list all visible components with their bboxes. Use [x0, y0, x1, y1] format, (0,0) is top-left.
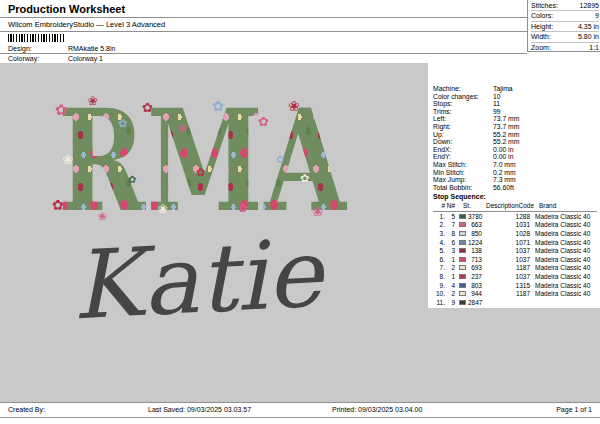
- footer-divider-top: [0, 402, 600, 403]
- summary-label: Stitches:: [531, 1, 558, 10]
- needle-number: 4: [445, 282, 455, 289]
- machine-info-row: EndX:0.00 in: [433, 146, 595, 154]
- flower-icon: [178, 123, 187, 134]
- info-value: 55.2 mm: [493, 131, 595, 139]
- script-name-text: Katie: [70, 227, 324, 334]
- thread-code: 1037: [508, 256, 530, 263]
- barcode: [8, 34, 64, 42]
- header-divider-2: [0, 31, 527, 32]
- row-number: 1.: [433, 213, 445, 220]
- thread-color-swatch: [459, 283, 466, 288]
- summary-label: Width:: [531, 32, 551, 41]
- flower-icon: [212, 99, 224, 113]
- stop-sequence-row: 9.48031315Madeira Classic 40: [433, 281, 597, 290]
- created-by-label: Created By:: [8, 406, 45, 413]
- machine-info-row: Max Jump:7.3 mm: [433, 176, 595, 184]
- stop-sequence-row: 2.76631031Madeira Classic 40: [433, 221, 597, 230]
- stitch-count: 713: [468, 256, 482, 263]
- info-label: Stops:: [433, 100, 493, 108]
- thread-color-swatch: [459, 300, 466, 305]
- summary-value: 5.80 in: [578, 32, 599, 41]
- flower-icon: [258, 115, 269, 128]
- stop-sequence-row: 10.29441187Madeira Classic 40: [433, 289, 597, 298]
- summary-row: Height:4.35 in: [531, 22, 599, 32]
- footer-divider-bottom: [0, 417, 600, 418]
- app-subtitle: Wilcom EmbroideryStudio — Level 3 Advanc…: [8, 20, 165, 29]
- info-label: Down:: [433, 138, 493, 146]
- info-value: 7.0 mm: [493, 161, 595, 169]
- row-number: 4.: [433, 239, 445, 246]
- thread-brand: Madeira Classic 40: [533, 230, 597, 237]
- info-label: Trims:: [433, 108, 493, 116]
- machine-info-row: Max Stitch:7.0 mm: [433, 161, 595, 169]
- page-number: Page 1 of 1: [556, 406, 592, 413]
- machine-info-row: Down:55.2 mm: [433, 138, 595, 146]
- summary-label: Height:: [531, 22, 553, 31]
- needle-number: 3: [445, 247, 455, 254]
- stop-sequence-row: 7.26931187Madeira Classic 40: [433, 264, 597, 273]
- stitch-count: 2847: [468, 299, 482, 306]
- info-value: 7.3 mm: [493, 176, 595, 184]
- row-number: 9.: [433, 282, 445, 289]
- flower-icon: [312, 205, 323, 218]
- info-label: EndX:: [433, 146, 493, 154]
- stop-sequence-header: # N# St. Description Code Brand: [433, 202, 597, 212]
- thread-color-swatch: [459, 248, 466, 253]
- summary-row: Zoom:1:1: [531, 43, 599, 52]
- thread-color-swatch: [459, 222, 466, 227]
- design-canvas: RMA Katie Machine:Tajima Color changes:1…: [0, 63, 600, 402]
- col-header: N#: [445, 202, 455, 211]
- info-panel: Machine:Tajima Color changes:10 Stops:11…: [428, 63, 600, 308]
- machine-info-row: EndY:0.00 in: [433, 153, 595, 161]
- info-value: 0.00 in: [493, 153, 595, 161]
- needle-number: 5: [445, 213, 455, 220]
- info-label: Total Bobbin:: [433, 184, 493, 192]
- stitch-count: 1224: [468, 239, 482, 246]
- info-value: 56.60ft: [493, 184, 595, 192]
- row-number: 10.: [433, 290, 445, 297]
- needle-number: 6: [445, 239, 455, 246]
- header-divider: [0, 17, 527, 18]
- stitch-count: 663: [468, 221, 482, 228]
- colorway-value: Colorway 1: [68, 55, 103, 62]
- stop-sequence-row: 4.612241071Madeira Classic 40: [433, 238, 597, 247]
- design-value: RMAkatie 5.8in: [68, 45, 115, 52]
- machine-info-row: Up:55.2 mm: [433, 131, 595, 139]
- thread-code: 1037: [508, 247, 530, 254]
- flower-icon: [52, 198, 64, 212]
- summary-label: Zoom:: [531, 43, 551, 52]
- machine-info-row: Machine:Tajima: [433, 85, 595, 93]
- flower-icon: [288, 99, 300, 113]
- thread-brand: Madeira Classic 40: [533, 213, 597, 220]
- row-number: 11.: [433, 299, 445, 306]
- flower-icon: [142, 101, 153, 114]
- needle-number: 1: [445, 273, 455, 280]
- info-label: Min Stitch:: [433, 169, 493, 177]
- design-name-row: Design: RMAkatie 5.8in: [8, 45, 115, 52]
- summary-value: 12895: [580, 1, 599, 10]
- summary-value: 4.35 in: [578, 22, 599, 31]
- needle-number: 1: [445, 256, 455, 263]
- flower-icon: [62, 153, 73, 166]
- last-saved-text: Last Saved: 09/03/2025 03.03.57: [148, 406, 251, 413]
- machine-info-row: Min Stitch:0.2 mm: [433, 169, 595, 177]
- stop-sequence-table: # N# St. Description Code Brand 1.537801…: [433, 202, 597, 307]
- colorway-label: Colorway:: [8, 55, 66, 62]
- thread-color-swatch: [459, 257, 466, 262]
- flower-icon: [196, 167, 205, 178]
- thread-brand: Madeira Classic 40: [533, 273, 597, 280]
- col-header: Description: [486, 202, 512, 211]
- row-number: 5.: [433, 247, 445, 254]
- row-number: 6.: [433, 256, 445, 263]
- info-label: Max Jump:: [433, 176, 493, 184]
- leaf-icon: [128, 175, 136, 185]
- thread-code: 1031: [508, 221, 530, 228]
- info-label: Right:: [433, 123, 493, 131]
- stop-sequence-row: 6.17131037Madeira Classic 40: [433, 255, 597, 264]
- thread-code: 1071: [508, 239, 530, 246]
- thread-brand: Madeira Classic 40: [533, 247, 597, 254]
- summary-value: 9: [595, 11, 599, 20]
- row-number: 3.: [433, 230, 445, 237]
- flower-icon: [88, 95, 98, 107]
- stitch-count: 803: [468, 282, 482, 289]
